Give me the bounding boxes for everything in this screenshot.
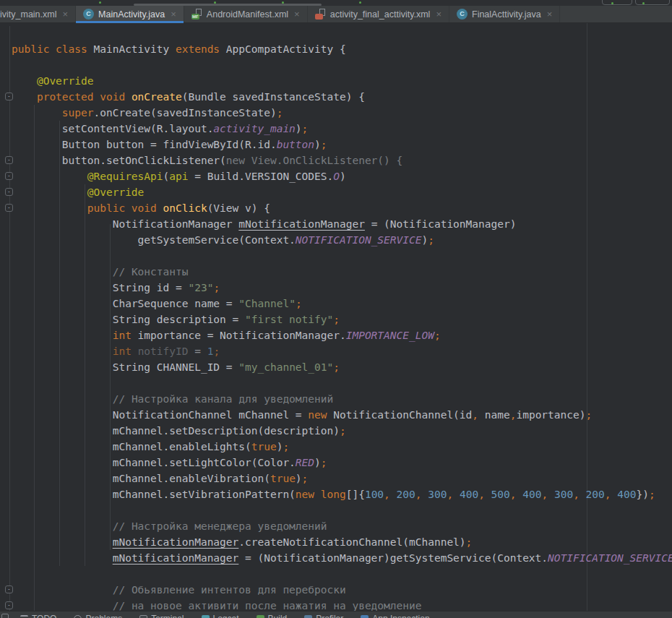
fold-marker-icon[interactable]: - <box>5 585 13 593</box>
toolwindow-label: Profiler <box>316 614 343 618</box>
code-line[interactable]: mChannel.enableLights(true); <box>0 439 672 455</box>
code-line[interactable]: mNotificationManager.createNotificationC… <box>0 534 672 550</box>
code-line[interactable]: String CHANNEL_ID = "my_channel_01"; <box>0 359 672 375</box>
manifest-file-icon: MF <box>191 9 202 20</box>
code-line[interactable]: // Обьявление интентов для переброски <box>0 582 672 598</box>
code-line[interactable]: @Override <box>0 184 672 200</box>
main-toolbar-strip <box>0 0 672 6</box>
run-status-dot-icon <box>99 1 101 4</box>
code-line[interactable]: button.setOnClickListener(new View.OnCli… <box>0 153 672 168</box>
code-line[interactable] <box>0 502 672 518</box>
terminal-icon: › <box>139 615 147 618</box>
close-icon[interactable]: × <box>294 9 300 19</box>
code-line[interactable]: public void onClick(View v) { <box>0 200 672 216</box>
code-line[interactable]: mChannel.setVibrationPattern(new long[]{… <box>0 486 672 502</box>
toolwindow-logcat[interactable]: Logcat <box>202 614 239 618</box>
tab-label: AndroidManifest.xml <box>207 9 288 20</box>
run-status-dot-icon <box>214 1 216 4</box>
code-line[interactable]: // Настройка канала для уведомлений <box>0 391 672 407</box>
close-icon[interactable]: × <box>171 9 176 19</box>
tab-mainactivity-java[interactable]: C MainActivity.java × <box>76 6 184 22</box>
close-icon[interactable]: × <box>63 9 69 19</box>
code-line[interactable]: // Константы <box>0 264 672 280</box>
code-line[interactable]: mNotificationManager = (NotificationMana… <box>0 550 672 566</box>
code-line[interactable]: String description = "first notify"; <box>0 312 672 327</box>
editor-tab-bar: ivity_main.xml × C MainActivity.java × M… <box>0 6 672 23</box>
tab-androidmanifest-xml[interactable]: MF AndroidManifest.xml × <box>184 6 308 22</box>
code-line[interactable]: mChannel.setDescription(description); <box>0 423 672 439</box>
tab-label: activity_final_acttivity.xml <box>330 9 431 20</box>
app-inspection-icon <box>361 615 369 618</box>
toolwindow-label: App Inspection <box>372 614 429 618</box>
ide-window: ivity_main.xml × C MainActivity.java × M… <box>0 0 672 618</box>
tab-activity-main-xml[interactable]: ivity_main.xml × <box>0 6 76 22</box>
fold-marker-icon[interactable]: - <box>5 188 13 196</box>
code-line[interactable] <box>0 566 672 582</box>
code-line[interactable]: int importance = NotificationManager.IMP… <box>0 327 672 343</box>
code-line[interactable]: int notifyID = 1; <box>0 343 672 359</box>
toolwindow-label: Logcat <box>213 614 239 618</box>
device-status-icon <box>642 2 645 4</box>
tab-finalacttivity-java[interactable]: C FinalActtivity.java × <box>449 6 560 22</box>
toolwindow-app-inspection[interactable]: App Inspection <box>361 614 429 618</box>
tab-label: MainActivity.java <box>98 9 165 20</box>
code-line[interactable]: setContentView(R.layout.activity_main); <box>0 121 672 137</box>
code-line[interactable]: // Настройка менеджера уведомлений <box>0 518 672 534</box>
code-line[interactable]: protected void onCreate(Bundle savedInst… <box>0 89 672 105</box>
fold-marker-icon[interactable]: - <box>5 172 13 180</box>
code-line[interactable]: @Override <box>0 73 672 89</box>
code-line[interactable]: mChannel.enableVibration(true); <box>0 471 672 486</box>
tool-window-bar: TODO Problems › Terminal Logcat Build Pr… <box>0 611 672 618</box>
fold-marker-icon[interactable]: - <box>5 601 13 609</box>
code-line[interactable] <box>0 375 672 391</box>
xml-layout-file-icon <box>315 9 326 20</box>
toolwindow-todo[interactable]: TODO <box>20 614 56 618</box>
tab-label: ivity_main.xml <box>0 9 57 20</box>
toolwindow-build[interactable]: Build <box>257 614 288 618</box>
toolwindow-problems[interactable]: Problems <box>74 614 122 618</box>
code-line[interactable] <box>0 57 672 73</box>
run-icon <box>611 2 613 4</box>
code-line[interactable] <box>0 248 672 264</box>
code-line[interactable]: public class MainActivity extends AppCom… <box>0 41 672 57</box>
toolwindow-label: TODO <box>32 614 56 618</box>
code-line[interactable]: super.onCreate(savedInstanceState); <box>0 105 672 121</box>
toolwindow-label: Build <box>268 614 288 618</box>
code-line[interactable]: mChannel.setLightColor(Color.RED); <box>0 455 672 471</box>
code-line[interactable]: @RequiresApi(api = Build.VERSION_CODES.O… <box>0 168 672 184</box>
toolwindow-label: Terminal <box>151 614 184 618</box>
code-line[interactable]: CharSequence name = "Channel"; <box>0 296 672 312</box>
tab-activity-final-acttivity-xml[interactable]: activity_final_acttivity.xml × <box>308 6 449 22</box>
code-line[interactable]: String id = "23"; <box>0 280 672 296</box>
code-line[interactable] <box>0 25 672 41</box>
logcat-icon <box>202 615 210 618</box>
todo-icon <box>20 615 28 618</box>
fold-marker-icon[interactable]: - <box>5 204 13 212</box>
close-icon[interactable]: × <box>547 9 553 19</box>
java-class-icon: C <box>83 9 94 20</box>
toolwindow-label: Problems <box>85 614 122 618</box>
build-icon <box>257 615 264 618</box>
close-icon[interactable]: × <box>436 9 441 19</box>
code-line[interactable]: NotificationChannel mChannel = new Notif… <box>0 407 672 423</box>
toolwindow-terminal[interactable]: › Terminal <box>139 614 184 618</box>
java-class-icon: C <box>457 9 468 20</box>
code-line[interactable]: NotificationManager mNotificationManager… <box>0 216 672 232</box>
profiler-icon <box>304 615 312 618</box>
toolwindow-profiler[interactable]: Profiler <box>304 614 343 618</box>
code-editor[interactable]: ------- public class MainActivity extend… <box>0 23 672 618</box>
code-area[interactable]: public class MainActivity extends AppCom… <box>0 25 672 614</box>
run-status-dot-icon <box>359 1 361 4</box>
code-line[interactable]: getSystemService(Context.NOTIFICATION_SE… <box>0 232 672 248</box>
toolbar-device-button[interactable] <box>635 0 670 5</box>
fold-marker-icon[interactable]: - <box>5 156 13 164</box>
fold-marker-icon[interactable]: - <box>5 93 13 100</box>
code-line[interactable]: Button button = findViewById(R.id.button… <box>0 137 672 153</box>
tab-label: FinalActtivity.java <box>472 9 541 20</box>
run-status-dot-icon <box>282 1 284 4</box>
toolbar-run-button[interactable] <box>602 0 632 5</box>
problems-icon <box>74 615 82 618</box>
